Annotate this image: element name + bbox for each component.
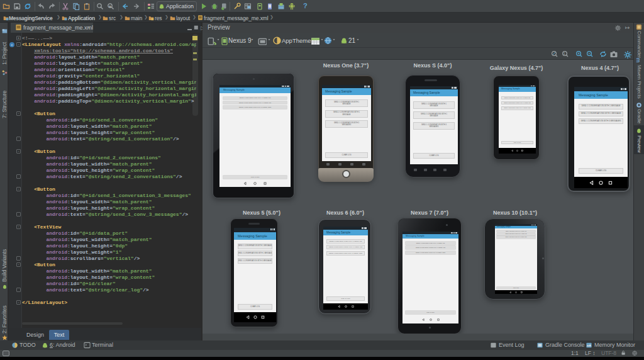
svg-text:1: 1	[564, 52, 565, 55]
svg-text:m: m	[636, 58, 641, 62]
